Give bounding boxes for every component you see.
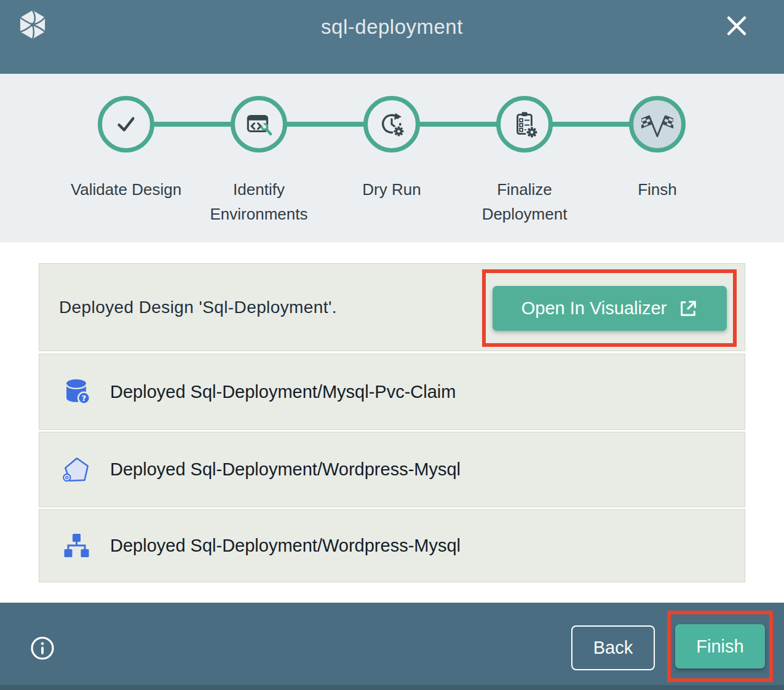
- wizard-stepper: Validate Design Identify Environments: [0, 74, 784, 242]
- step-label: Finsh: [638, 177, 677, 202]
- finish-button[interactable]: Finish: [675, 624, 765, 668]
- step-circle-finish[interactable]: [629, 96, 686, 153]
- external-link-icon: [678, 298, 697, 318]
- resource-row-text: Deployed Sql-Deployment/Mysql-Pvc-Claim: [110, 382, 456, 402]
- code-tools-icon: [244, 109, 274, 140]
- resource-row-pvc: ? Deployed Sql-Deployment/Mysql-Pvc-Clai…: [39, 354, 745, 430]
- step-label: Validate Design: [71, 177, 181, 202]
- deployment-tree-icon: [61, 532, 92, 560]
- design-status-text: Deployed Design 'Sql-Deployment'.: [59, 264, 337, 351]
- service-pentagon-icon: [61, 455, 92, 485]
- modal-header: sql-deployment: [0, 0, 784, 74]
- close-icon: [724, 14, 749, 38]
- modal-bottom-edge: [0, 685, 784, 690]
- back-button[interactable]: Back: [571, 625, 655, 670]
- dry-run-history-gear-icon: [376, 109, 407, 140]
- modal-title: sql-deployment: [0, 15, 784, 39]
- step-circle-dry-run[interactable]: [363, 96, 420, 153]
- step-validate-design: Validate Design: [58, 96, 194, 202]
- step-label: Finalize Deployment: [457, 177, 592, 226]
- deployment-wizard-modal: sql-deployment Validate Design: [0, 0, 784, 690]
- open-in-visualizer-label: Open In Visualizer: [521, 298, 667, 319]
- resource-row-text: Deployed Sql-Deployment/Wordpress-Mysql: [110, 536, 461, 556]
- info-icon: [30, 635, 55, 661]
- resource-row-text: Deployed Sql-Deployment/Wordpress-Mysql: [110, 459, 461, 480]
- step-label: Identify Environments: [191, 177, 327, 226]
- resource-row-deployment: Deployed Sql-Deployment/Wordpress-Mysql: [39, 509, 745, 582]
- design-status-row: Deployed Design 'Sql-Deployment'. Open I…: [39, 263, 745, 351]
- step-finalize-deployment: Finalize Deployment: [457, 96, 592, 226]
- step-circle-finalize-deployment[interactable]: [496, 96, 553, 153]
- modal-footer: Back Finish: [0, 603, 784, 685]
- check-icon: [111, 109, 141, 140]
- highlight-box-visualizer: Open In Visualizer: [482, 269, 737, 347]
- checklist-gear-icon: [509, 109, 540, 140]
- step-identify-environments: Identify Environments: [191, 96, 327, 226]
- step-circle-identify-environments[interactable]: [231, 96, 287, 153]
- info-button[interactable]: [30, 635, 55, 661]
- finish-flags-icon: [641, 108, 673, 140]
- step-dry-run: Dry Run: [324, 96, 459, 202]
- step-label: Dry Run: [362, 177, 421, 202]
- resource-row-service: Deployed Sql-Deployment/Wordpress-Mysql: [39, 432, 745, 507]
- pvc-database-icon: ?: [61, 376, 92, 407]
- open-in-visualizer-button[interactable]: Open In Visualizer: [493, 286, 727, 331]
- pvc-badge: ?: [82, 394, 86, 403]
- highlight-box-finish: Finish: [667, 611, 773, 682]
- close-button[interactable]: [722, 11, 751, 41]
- step-finish: Finsh: [590, 96, 725, 202]
- step-circle-validate-design[interactable]: [98, 96, 154, 153]
